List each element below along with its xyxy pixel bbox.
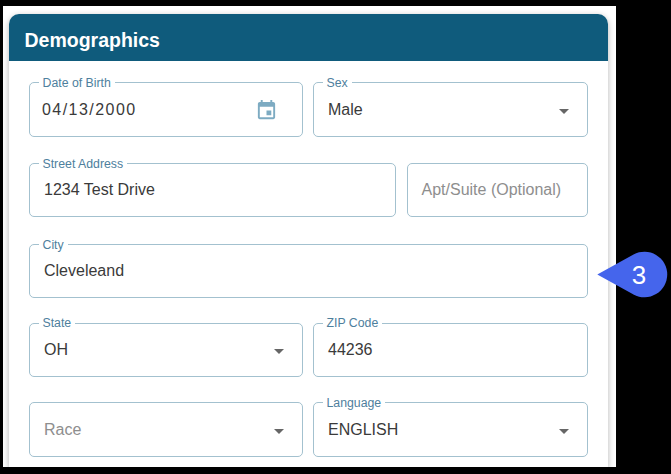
svg-text:3: 3 (632, 259, 646, 289)
